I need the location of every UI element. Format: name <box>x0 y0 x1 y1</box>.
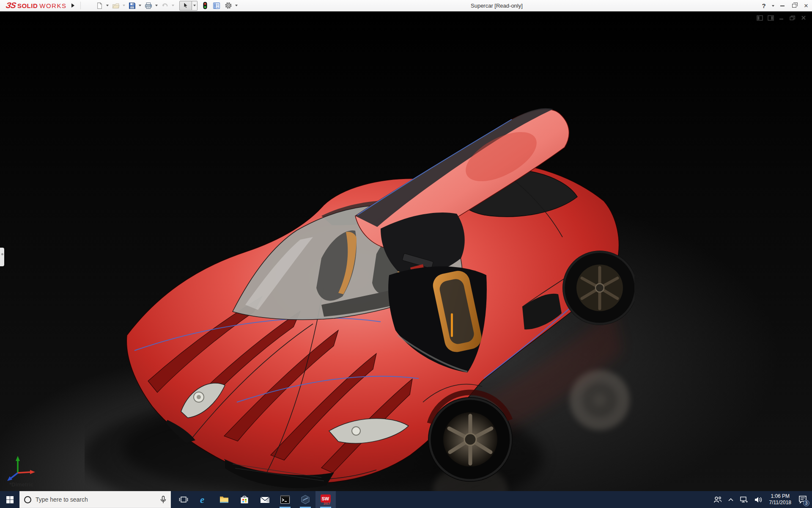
chevron-up-icon <box>728 497 734 502</box>
minimize-button[interactable] <box>776 0 788 11</box>
restore-icon <box>792 4 796 8</box>
action-center-button[interactable]: 3 <box>795 491 810 508</box>
doc-restore-icon[interactable] <box>789 15 796 21</box>
svg-text:e: e <box>200 494 204 505</box>
toolbar-separator <box>80 2 81 9</box>
print-button[interactable] <box>144 0 153 11</box>
help-button[interactable]: ? <box>758 0 770 11</box>
microsoft-store-button[interactable] <box>234 491 255 508</box>
microphone-icon[interactable] <box>160 496 166 504</box>
cortana-icon <box>24 496 31 503</box>
solidworks-logo-light: WORKS <box>39 2 66 9</box>
mail-icon <box>260 494 270 505</box>
traffic-light-icon <box>203 2 208 9</box>
undo-dropdown[interactable] <box>172 5 174 6</box>
new-doc-icon <box>96 2 103 9</box>
solidworks-logo-mark: ЗS <box>5 1 16 10</box>
store-icon <box>239 494 250 505</box>
mail-button[interactable] <box>255 491 275 508</box>
select-cursor-icon <box>183 2 189 9</box>
network-button[interactable] <box>737 491 751 508</box>
svg-text:SW: SW <box>322 496 329 501</box>
properties-list-button[interactable] <box>212 0 221 11</box>
command-prompt-icon <box>280 494 290 505</box>
solidworks-2017-icon: SW 2017 <box>320 494 331 505</box>
edge-icon: e <box>199 494 209 505</box>
volume-button[interactable] <box>751 491 765 508</box>
show-panel-left-icon[interactable] <box>756 15 763 21</box>
restore-button[interactable] <box>788 0 800 11</box>
search-input[interactable] <box>36 496 156 503</box>
people-icon <box>713 496 722 503</box>
gear-icon <box>225 2 232 9</box>
save-floppy-icon <box>129 2 136 9</box>
supercar-model <box>85 76 634 491</box>
doc-minimize-icon[interactable] <box>778 15 785 21</box>
feature-panel-collapsed-tab[interactable] <box>0 248 4 266</box>
save-dropdown[interactable] <box>139 5 141 6</box>
taskbar-search[interactable] <box>19 491 171 508</box>
close-button[interactable]: × <box>800 0 812 11</box>
task-view-icon <box>179 495 188 504</box>
list-icon <box>213 2 220 9</box>
task-view-button[interactable] <box>173 491 194 508</box>
new-document-button[interactable] <box>95 0 104 11</box>
speaker-icon <box>754 496 763 503</box>
notification-badge: 3 <box>803 500 809 506</box>
show-hidden-icons-button[interactable] <box>725 491 737 508</box>
window-title: Supercar [Read-only] <box>471 3 523 9</box>
title-toolbar-strip: ЗS SOLID WORKS <box>0 0 812 11</box>
save-button[interactable] <box>128 0 137 11</box>
file-explorer-button[interactable] <box>214 491 234 508</box>
view-orientation-label: *Dimetric <box>9 481 33 488</box>
doc-close-icon[interactable] <box>800 15 807 21</box>
command-prompt-button[interactable] <box>275 491 295 508</box>
tray-time: 1:06 PM <box>771 493 790 500</box>
select-tool-button[interactable] <box>179 1 192 11</box>
svg-text:2017: 2017 <box>324 502 330 505</box>
open-button[interactable] <box>111 0 121 11</box>
menu-flyout-arrow-icon[interactable] <box>71 3 74 8</box>
solidworks-logo: ЗS SOLID WORKS <box>0 0 70 11</box>
hexagon-app-icon <box>300 494 310 505</box>
people-button[interactable] <box>710 491 725 508</box>
network-ethernet-icon <box>740 496 748 503</box>
print-icon <box>145 2 152 9</box>
graphics-viewport[interactable]: *Dimetric <box>0 11 812 491</box>
solidworks-2017-button[interactable]: SW 2017 <box>315 491 336 508</box>
hexagon-app-button[interactable] <box>295 491 315 508</box>
show-panel-right-icon[interactable] <box>767 15 774 21</box>
clock[interactable]: 1:06 PM 7/11/2018 <box>765 491 796 508</box>
solidworks-logo-bold: SOLID <box>17 2 38 9</box>
undo-button[interactable] <box>160 0 170 11</box>
tray-date: 7/11/2018 <box>769 500 792 506</box>
select-tool <box>179 1 198 11</box>
start-button[interactable] <box>0 491 19 508</box>
windows-taskbar: e <box>0 491 812 508</box>
minimize-icon <box>780 6 785 6</box>
open-folder-icon <box>112 2 120 9</box>
windows-logo-icon <box>6 496 14 503</box>
edge-button[interactable]: e <box>194 491 214 508</box>
file-explorer-icon <box>219 494 229 505</box>
select-tool-dropdown[interactable] <box>192 1 198 11</box>
open-dropdown[interactable] <box>123 5 125 6</box>
rebuild-status-button[interactable] <box>202 0 208 11</box>
document-window-controls <box>756 15 807 21</box>
print-dropdown[interactable] <box>155 5 158 6</box>
close-icon: × <box>804 2 808 9</box>
undo-icon <box>161 2 169 9</box>
options-button[interactable] <box>224 0 233 11</box>
help-dropdown[interactable] <box>770 0 776 11</box>
new-document-dropdown[interactable] <box>106 5 109 6</box>
options-dropdown[interactable] <box>235 5 238 6</box>
